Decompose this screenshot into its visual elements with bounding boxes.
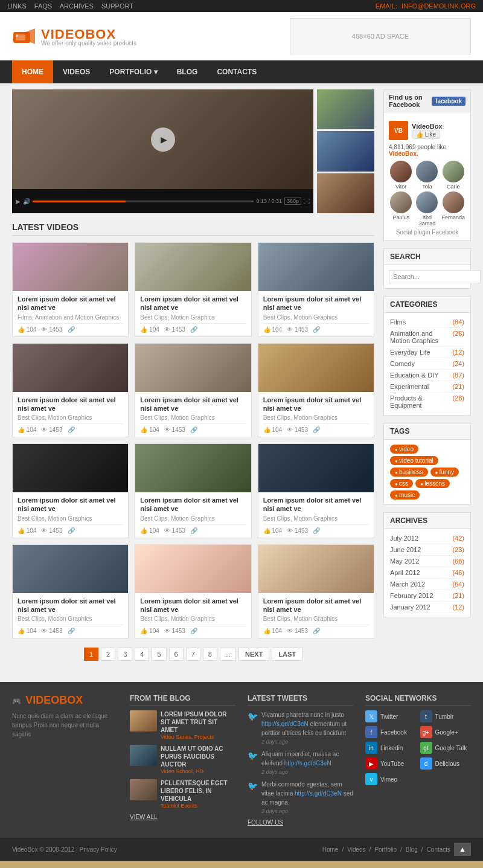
tag-css[interactable]: css [390,479,413,488]
volume-icon[interactable]: 🔊 [23,198,30,205]
video-stats: 👍 104 👁 1453 🔗 [18,524,123,534]
video-thumbnail[interactable] [258,444,374,492]
video-thumbnail[interactable] [13,444,128,492]
social-delicious[interactable]: d Delicious [420,757,472,770]
social-tumblr[interactable]: t Tumblr [420,710,472,722]
archive-may-2012[interactable]: May 2012 (68) [390,556,464,567]
video-quality[interactable]: 360p [284,198,301,205]
page-8[interactable]: 8 [203,648,217,661]
tweet-link-1[interactable]: http://s.gd/dC3eN [261,721,309,727]
social-linkedin[interactable]: in Linkedin [365,742,417,754]
hero-section: ▶ 🔊 0:13 / 0:31 360p ⛶ [12,89,374,213]
scroll-to-top-button[interactable]: ▲ [454,843,471,856]
privacy-policy-link[interactable]: Privacy Policy [80,846,117,853]
archive-jan-2012[interactable]: January 2012 (12) [390,602,464,613]
hero-thumb-1[interactable] [317,89,374,129]
cat-products-name: Products & Equipment [390,394,452,409]
archive-april-2012[interactable]: April 2012 (46) [390,567,464,579]
archive-july-2012[interactable]: July 2012 (42) [390,533,464,544]
follow-us-link[interactable]: FOLLOW US [248,819,353,826]
page-3[interactable]: 3 [118,648,132,661]
cat-animation[interactable]: Animation and Motion Graphics (26) [390,328,464,347]
archives-widget: ARCHIVES July 2012 (42) June 2012 (23) M… [383,512,471,617]
video-thumbnail[interactable] [135,243,251,291]
play-icon[interactable]: ▶ [16,198,21,205]
nav-portfolio[interactable]: PORTFOLIO ▾ [100,60,167,83]
fullscreen-icon[interactable]: ⛶ [304,198,310,205]
share-icon[interactable]: 🔗 [190,628,197,634]
page-1[interactable]: 1 [84,648,98,661]
tag-music[interactable]: music [390,490,420,500]
page-5[interactable]: 5 [152,648,166,661]
video-category: Best Clips, Motion Graphics [263,314,369,321]
share-icon[interactable]: 🔗 [313,628,320,634]
video-thumbnail[interactable] [258,545,374,593]
page-6[interactable]: 6 [169,648,184,661]
video-thumbnail[interactable] [135,344,251,392]
cat-products[interactable]: Products & Equipment (28) [390,393,464,411]
social-googletalk[interactable]: gt Google Talk [420,742,472,754]
nav-blog[interactable]: BLOG [167,60,208,83]
cat-films[interactable]: Films (84) [390,317,464,328]
share-icon[interactable]: 🔗 [68,426,75,433]
share-icon[interactable]: 🔗 [313,426,320,433]
nav-videos[interactable]: VIDEOS [53,60,100,83]
share-icon[interactable]: 🔗 [190,527,197,534]
video-thumbnail[interactable] [135,545,251,593]
page-4[interactable]: 4 [135,648,149,661]
video-thumbnail[interactable] [13,545,128,593]
nav-home[interactable]: HOME [12,60,53,83]
share-icon[interactable]: 🔗 [68,527,75,534]
social-vimeo[interactable]: v Vimeo [365,773,417,785]
cat-education[interactable]: Education & DIY (87) [390,370,464,381]
archive-feb-2012[interactable]: February 2012 (21) [390,590,464,602]
social-googleplus[interactable]: g+ Google+ [420,726,472,738]
footer-nav-blog[interactable]: Blog [406,846,418,853]
page-last[interactable]: LAST [272,648,302,661]
video-thumbnail[interactable] [135,444,251,492]
footer-nav-videos[interactable]: Videos [347,846,365,853]
share-icon[interactable]: 🔗 [68,628,75,634]
social-facebook[interactable]: f Facebook [365,726,417,738]
search-input[interactable] [389,270,481,283]
page-next[interactable]: NEXT [238,648,269,661]
view-all-link[interactable]: VIEW ALL [130,814,235,820]
topnav-links[interactable]: LINKS [7,2,27,10]
tweet-link-3[interactable]: http://s.gd/dC3eN [295,790,342,797]
tag-lessons[interactable]: lessons [415,479,450,488]
topnav-faqs[interactable]: FAQS [34,2,52,10]
cat-comedy[interactable]: Comedy (24) [390,358,464,370]
footer-nav-contacts[interactable]: Contacts [427,846,450,853]
tag-business[interactable]: business [390,468,428,477]
share-icon[interactable]: 🔗 [190,326,197,333]
share-icon[interactable]: 🔗 [68,326,75,333]
archive-march-2012[interactable]: March 2012 (64) [390,579,464,590]
cat-experimental[interactable]: Experimental (21) [390,381,464,393]
video-thumbnail[interactable] [258,243,374,291]
hero-thumb-3[interactable] [317,173,374,213]
share-icon[interactable]: 🔗 [313,527,320,534]
tag-video-tutorial[interactable]: video tutorial [390,456,438,465]
page-7[interactable]: 7 [186,648,200,661]
social-twitter[interactable]: 𝕏 Twitter [365,710,417,722]
video-thumbnail[interactable] [13,344,128,392]
share-icon[interactable]: 🔗 [313,326,320,333]
tag-funny[interactable]: funny [430,468,459,477]
archive-june-2012[interactable]: June 2012 (23) [390,544,464,556]
cat-everyday[interactable]: Everyday Life (12) [390,347,464,358]
tweet-link-2[interactable]: http://s.gd/dC3eN [284,760,331,767]
topnav-archives[interactable]: ARCHIVES [60,2,94,10]
footer-nav-portfolio[interactable]: Portfolio [374,846,397,853]
tag-video[interactable]: video [390,445,418,454]
video-thumbnail[interactable] [258,344,374,392]
video-progress[interactable] [33,201,254,202]
hero-thumb-2[interactable] [317,131,374,171]
nav-contacts[interactable]: CONTACTS [207,60,266,83]
topnav-support[interactable]: SUPPORT [101,2,133,10]
video-thumbnail[interactable] [13,243,128,291]
page-2[interactable]: 2 [101,648,115,661]
footer-nav-home[interactable]: Home [322,846,339,853]
social-youtube[interactable]: ▶ YouTube [365,757,417,770]
facebook-like-button[interactable]: Like [412,130,440,139]
share-icon[interactable]: 🔗 [190,426,197,433]
